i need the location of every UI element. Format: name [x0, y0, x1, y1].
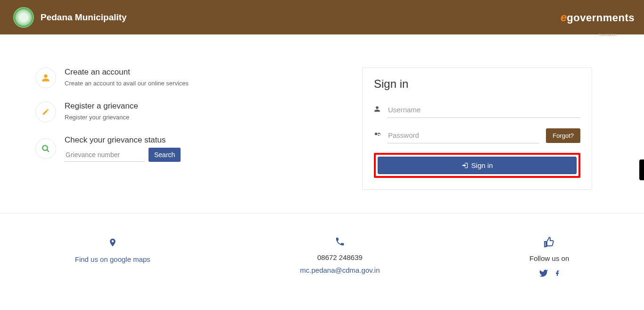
signin-card: Sign in Forgot? Sign in [362, 67, 592, 190]
main-content: Create an account Create an account to a… [0, 34, 644, 213]
check-status-item: Check your grievance status Search [35, 135, 343, 162]
footer-maps-col: Find us on google maps [75, 236, 150, 281]
forgot-button[interactable]: Forgot? [546, 128, 580, 143]
logo-e-letter: e [561, 11, 567, 24]
side-tab[interactable] [639, 159, 644, 180]
header-left: Pedana Municipality [13, 7, 127, 28]
google-maps-link[interactable]: Find us on google maps [75, 255, 150, 263]
logo-text: governments [567, 12, 635, 24]
register-grievance-desc: Register your grievance [65, 114, 138, 121]
twitter-icon[interactable] [538, 268, 549, 280]
email-link[interactable]: mc.pedana@cdma.gov.in [300, 266, 380, 274]
logo-subtext: foundation [599, 33, 617, 37]
signin-button-label: Sign in [471, 161, 493, 169]
egovernments-logo[interactable]: e governments foundation [561, 11, 635, 24]
create-account-title: Create an account [65, 67, 189, 77]
phone-icon [335, 236, 345, 249]
password-row: Forgot? [374, 127, 580, 143]
search-button[interactable]: Search [149, 148, 181, 162]
password-input[interactable] [387, 127, 539, 143]
services-column: Create an account Create an account to a… [35, 67, 343, 190]
username-input[interactable] [387, 102, 580, 118]
site-title: Pedana Municipality [41, 12, 127, 23]
register-grievance-text: Register a grievance Register your griev… [65, 101, 138, 121]
register-grievance-title: Register a grievance [65, 101, 138, 111]
create-account-item[interactable]: Create an account Create an account to a… [35, 67, 343, 88]
phone-number: 08672 248639 [317, 253, 363, 261]
svg-point-0 [42, 145, 48, 151]
signin-button-highlight: Sign in [374, 153, 580, 178]
search-icon [35, 138, 56, 159]
create-account-text: Create an account Create an account to a… [65, 67, 189, 87]
social-links-row [538, 267, 561, 281]
gov-seal-icon [13, 7, 34, 28]
footer-social-col: Follow us on [529, 236, 569, 281]
check-status-title: Check your grievance status [65, 135, 181, 145]
user-icon [35, 67, 56, 88]
signin-title: Sign in [374, 77, 580, 91]
site-header: Pedana Municipality e governments founda… [0, 0, 644, 34]
check-status-text: Check your grievance status Search [65, 135, 181, 162]
svg-line-1 [47, 150, 49, 152]
signin-button[interactable]: Sign in [378, 157, 577, 174]
map-pin-icon [108, 236, 117, 251]
footer-info: Find us on google maps 08672 248639 mc.p… [0, 213, 644, 310]
signin-arrow-icon [462, 162, 469, 169]
follow-us-text: Follow us on [529, 254, 569, 262]
username-icon [374, 106, 380, 114]
grievance-number-input[interactable] [65, 148, 145, 162]
thumbs-up-icon [544, 236, 555, 250]
key-icon [374, 131, 380, 140]
username-row [374, 102, 580, 118]
footer-contact-col: 08672 248639 mc.pedana@cdma.gov.in [300, 236, 380, 281]
grievance-search-row: Search [65, 148, 181, 162]
facebook-icon[interactable] [554, 267, 561, 281]
register-grievance-item[interactable]: Register a grievance Register your griev… [35, 101, 343, 122]
create-account-desc: Create an account to avail our online se… [65, 80, 189, 87]
pencil-icon [35, 101, 56, 122]
